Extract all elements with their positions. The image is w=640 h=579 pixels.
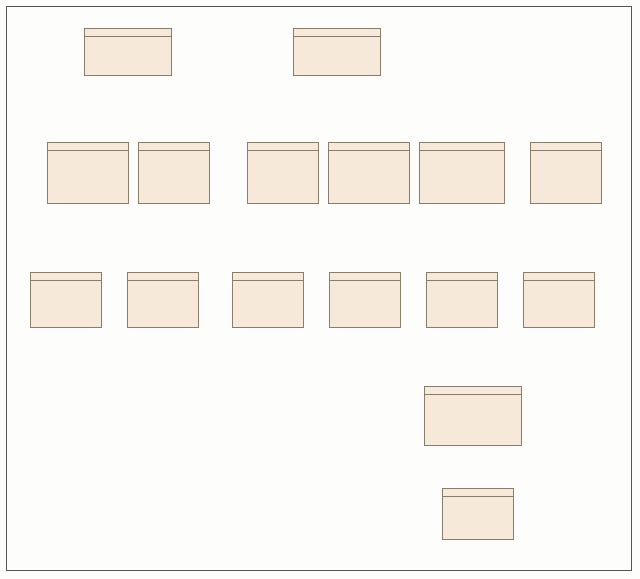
node-burcu xyxy=(247,142,319,204)
node-technicians xyxy=(419,142,505,204)
node-gul xyxy=(329,272,401,328)
node-helpdesk xyxy=(47,142,129,204)
node-jale xyxy=(442,488,514,540)
node-engin xyxy=(127,272,199,328)
node-hakan xyxy=(426,272,498,328)
node-demet xyxy=(30,272,102,328)
node-can xyxy=(530,142,602,204)
node-fuat xyxy=(232,272,304,328)
node-abctechnicians xyxy=(424,386,522,446)
node-ali xyxy=(138,142,210,204)
node-users xyxy=(293,28,381,76)
node-managers xyxy=(328,142,410,204)
node-irmak xyxy=(523,272,595,328)
node-admins xyxy=(84,28,172,76)
